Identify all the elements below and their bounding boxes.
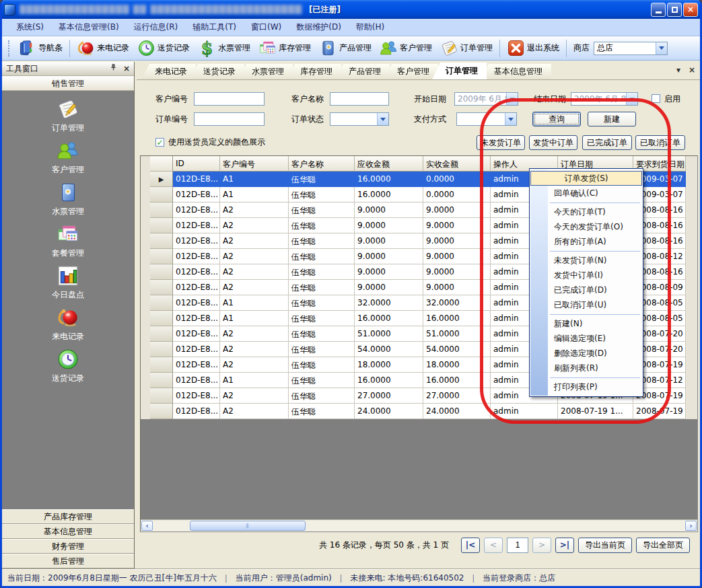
- context-menu-item-7[interactable]: 未发货订单(N): [530, 253, 643, 268]
- sidebar-group-0[interactable]: 产品库存管理: [2, 509, 134, 524]
- tab-7[interactable]: 基本信息管理: [481, 64, 551, 79]
- query-button[interactable]: 查询: [532, 112, 581, 126]
- order-status-combo[interactable]: [330, 112, 389, 126]
- enable-date-checkbox[interactable]: [652, 94, 660, 103]
- sidebar-item-scroll-pen[interactable]: 订单管理: [2, 98, 134, 139]
- maximize-button[interactable]: [667, 3, 682, 17]
- store-combo[interactable]: 总店: [594, 42, 668, 55]
- sidebar-item-ticket-book[interactable]: 水票管理: [2, 181, 134, 223]
- pay-method-combo[interactable]: [456, 112, 517, 126]
- status-filter-button-2[interactable]: 已完成订单: [582, 135, 632, 150]
- sidebar-item-bell[interactable]: 来电记录: [2, 306, 134, 348]
- sidebar-group-2[interactable]: 财务管理: [2, 539, 134, 554]
- sidebar-close-icon[interactable]: ×: [123, 64, 130, 73]
- tab-2[interactable]: 水票管理: [238, 64, 293, 79]
- column-header-2[interactable]: 客户名称: [289, 156, 355, 172]
- tab-1[interactable]: 送货记录: [190, 64, 244, 79]
- toolbar-button-bell[interactable]: 来电记录: [73, 38, 133, 59]
- sidebar-group-sales[interactable]: 销售管理: [2, 76, 134, 91]
- tab-4[interactable]: 产品管理: [335, 64, 390, 79]
- column-header-3[interactable]: 应收金额: [355, 156, 423, 172]
- menubar-item-2[interactable]: 运行信息(R): [127, 19, 186, 36]
- menubar-item-0[interactable]: 系统(S): [9, 19, 51, 36]
- pin-icon[interactable]: [109, 63, 118, 74]
- status-filter-button-3[interactable]: 已取消订单: [635, 135, 685, 150]
- row-header[interactable]: [150, 311, 173, 326]
- tab-3[interactable]: 库存管理: [287, 64, 341, 79]
- row-header-selected[interactable]: ▶: [150, 172, 173, 187]
- toolbar-grip[interactable]: [8, 40, 11, 57]
- scroll-left-icon[interactable]: ‹: [141, 521, 153, 531]
- row-header[interactable]: [150, 203, 173, 218]
- first-page-button[interactable]: |<: [461, 538, 480, 553]
- tab-0[interactable]: 来电记录: [141, 64, 196, 79]
- table-row[interactable]: 012D-E8...A2伍华聪24.000024.0000admin2008-0…: [150, 404, 686, 419]
- row-header[interactable]: [150, 249, 173, 264]
- status-filter-button-1[interactable]: 发货中订单: [529, 135, 577, 150]
- sidebar-item-calendar-grid[interactable]: 套餐管理: [2, 223, 134, 264]
- menubar-item-6[interactable]: 帮助(H): [349, 19, 392, 36]
- tab-list-dropdown-icon[interactable]: ▾: [676, 65, 680, 75]
- close-button[interactable]: ×: [683, 3, 698, 17]
- toolbar-button-clock[interactable]: 送货记录: [133, 38, 194, 59]
- context-menu-item-1[interactable]: 回单确认(C): [530, 186, 643, 200]
- tab-6[interactable]: 订单管理: [432, 63, 487, 79]
- toolbar-button-product-book[interactable]: 产品管理: [315, 38, 376, 59]
- scrollbar-thumb[interactable]: [190, 521, 306, 531]
- menubar-item-5[interactable]: 数据维护(D): [289, 19, 349, 36]
- toolbar-button-scroll-pen[interactable]: 订单管理: [436, 38, 497, 59]
- row-header[interactable]: [150, 280, 173, 295]
- sidebar-item-bar-chart[interactable]: 今日盘点: [2, 264, 134, 306]
- prev-page-button[interactable]: <: [484, 538, 503, 553]
- menubar-item-3[interactable]: 辅助工具(T): [185, 19, 244, 36]
- context-menu-item-15[interactable]: 刷新列表(R): [530, 361, 643, 375]
- row-header[interactable]: [150, 342, 173, 357]
- last-page-button[interactable]: >|: [555, 538, 574, 553]
- customer-name-input[interactable]: [330, 92, 389, 106]
- toolbar-button-calendar-grid[interactable]: 库存管理: [254, 38, 315, 59]
- context-menu-item-5[interactable]: 所有的订单(A): [530, 234, 643, 249]
- next-page-button[interactable]: >: [532, 538, 551, 553]
- row-header[interactable]: [150, 357, 173, 373]
- context-menu-item-13[interactable]: 编辑选定项(E): [530, 331, 643, 346]
- export-current-page-button[interactable]: 导出当前页: [578, 538, 632, 553]
- column-header-0[interactable]: ID: [173, 156, 220, 172]
- row-header[interactable]: [150, 218, 173, 233]
- toolbar-button-dollar[interactable]: $水票管理: [194, 38, 254, 59]
- row-header[interactable]: [150, 388, 173, 404]
- status-filter-button-0[interactable]: 未发货订单: [477, 135, 525, 150]
- context-menu-item-4[interactable]: 今天的发货订单(O): [530, 219, 643, 234]
- toolbar-button-book-nav[interactable]: 导航条: [14, 38, 67, 59]
- row-header[interactable]: [150, 373, 173, 388]
- row-header[interactable]: [150, 187, 173, 203]
- context-menu-item-9[interactable]: 已完成订单(D): [530, 283, 643, 297]
- end-date-picker[interactable]: 2009年 6月 8日: [571, 92, 638, 106]
- tab-close-icon[interactable]: ×: [689, 65, 695, 75]
- sidebar-item-people[interactable]: 客户管理: [2, 139, 134, 181]
- start-date-picker[interactable]: 2009年 6月 8日: [454, 92, 518, 106]
- minimize-button[interactable]: [651, 3, 666, 17]
- context-menu-item-8[interactable]: 发货中订单(I): [530, 268, 643, 283]
- customer-no-input[interactable]: [194, 92, 265, 106]
- column-header-1[interactable]: 客户编号: [220, 156, 289, 172]
- context-menu-item-17[interactable]: 打印列表(P): [530, 379, 643, 394]
- menubar-item-1[interactable]: 基本信息管理(B): [51, 19, 127, 36]
- new-button[interactable]: 新建: [588, 112, 636, 126]
- toolbar-button-exit-x[interactable]: 退出系统: [503, 38, 563, 59]
- row-header[interactable]: [150, 404, 173, 419]
- sidebar-group-3[interactable]: 售后管理: [2, 554, 134, 568]
- sidebar-item-clock[interactable]: 送货记录: [2, 348, 134, 390]
- column-header-4[interactable]: 实收金额: [423, 156, 491, 172]
- horizontal-scrollbar[interactable]: ‹ ›: [141, 519, 697, 531]
- context-menu-item-14[interactable]: 删除选定项(D): [530, 346, 643, 361]
- page-number-input[interactable]: [507, 538, 528, 553]
- export-all-pages-button[interactable]: 导出全部页: [636, 538, 690, 553]
- scroll-right-icon[interactable]: ›: [685, 521, 697, 531]
- menubar-item-4[interactable]: 窗口(W): [244, 19, 289, 36]
- row-header[interactable]: [150, 295, 173, 311]
- color-display-checkbox[interactable]: [155, 138, 164, 147]
- row-header[interactable]: [150, 233, 173, 249]
- order-no-input[interactable]: [194, 112, 265, 126]
- row-header[interactable]: [150, 326, 173, 342]
- context-menu-item-10[interactable]: 已取消订单(U): [530, 297, 643, 312]
